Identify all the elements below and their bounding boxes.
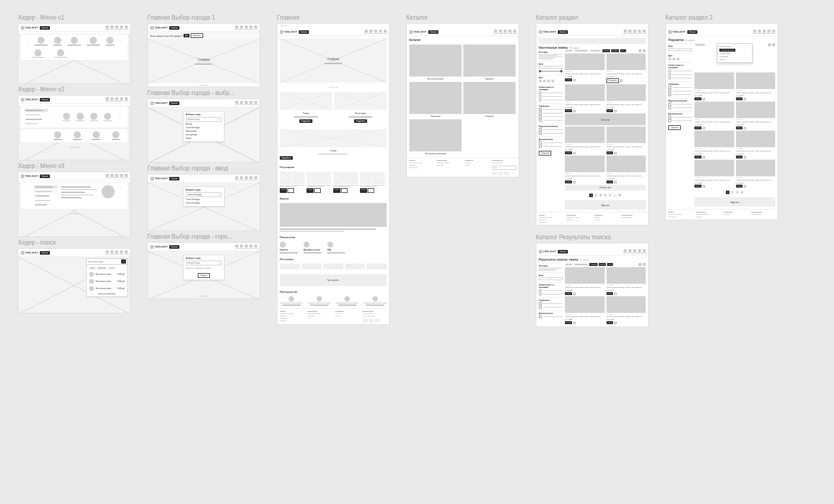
category-card[interactable]: Управление [409, 82, 462, 118]
page-button[interactable]: 1 [589, 194, 593, 197]
frame-city-notfound[interactable]: YEELIGHTКаталог Выберите город × Ничего … [147, 242, 260, 299]
footer-subscribe-input[interactable]: email [492, 166, 517, 170]
category-card[interactable]: Потолочные светильники [409, 119, 462, 155]
menu-side-item[interactable] [24, 113, 48, 117]
city-prompt-bar: Ваш город Санкт-Петербург? Да Изменить [148, 32, 260, 39]
product-card[interactable]: Купить♡ [360, 172, 385, 193]
journal-promo[interactable]: Журнал [565, 200, 646, 210]
filter-reset-button[interactable]: Сбросить [668, 125, 681, 130]
product-card[interactable]: Купить♡ [333, 172, 358, 193]
city-option[interactable]: Санкт-Петербург [186, 198, 222, 201]
category-card[interactable]: Подсветка [463, 45, 516, 80]
sort-trigger[interactable]: Сортировать [694, 43, 706, 46]
profile-icon[interactable] [120, 26, 123, 30]
city-option[interactable]: Санкт-Петербург [186, 126, 222, 129]
sort-tag-active[interactable]: Скидки [611, 49, 618, 52]
tile-button[interactable]: Подробнее [280, 156, 293, 160]
grid-view-icon[interactable] [639, 49, 642, 52]
city-option[interactable]: Казань [186, 137, 222, 140]
compare-icon[interactable] [106, 26, 109, 30]
logo[interactable]: YEELIGHT [21, 26, 38, 30]
next-arrow[interactable]: › [118, 39, 124, 43]
search-input[interactable] [88, 261, 121, 263]
frame-header-menu-v1[interactable]: YEELIGHT Каталог ‹ [18, 23, 131, 84]
hero-slider[interactable]: Слайдер [148, 39, 260, 83]
category-card[interactable]: Настольные лампы [409, 45, 462, 80]
frame-city-1[interactable]: YEELIGHTКаталог Ваш город Санкт-Петербур… [147, 23, 260, 87]
page-button[interactable]: 5 [608, 194, 612, 197]
city-option[interactable]: Москва [186, 123, 222, 125]
frame-catalog-section-2[interactable]: ... YEELIGHTКаталог Подсветка 18 товаров… [665, 23, 778, 220]
search-result-item[interactable]: Настольная лампа 2 990 руб [89, 278, 125, 285]
customer-link[interactable]: Доставка и оплата [304, 242, 321, 253]
promo-banner[interactable]: Баннер [565, 113, 646, 125]
product-card[interactable]: YLMD-02Yeelight настольная лампа Xiaomi … [565, 53, 605, 83]
sort-option-selected[interactable]: Сначала дешевле [718, 48, 752, 52]
page-button[interactable]: 3 [599, 194, 602, 197]
city-option[interactable]: Санкт-Петербург [186, 202, 222, 204]
frame-header-menu-v3[interactable]: YEELIGHTКаталог ‹ [18, 172, 131, 237]
customer-link[interactable]: Гарантии [280, 242, 298, 253]
category-card[interactable]: Лампочки [463, 82, 516, 118]
prev-arrow[interactable]: ‹ [24, 39, 30, 43]
sort-tag-active[interactable]: Новинки [602, 49, 611, 52]
menu-item[interactable] [106, 37, 114, 46]
where-to-buy-banner[interactable]: Где купить [280, 274, 387, 286]
city-option[interactable]: Екатеринбург [186, 134, 222, 136]
customer-link[interactable]: FAQ [327, 242, 345, 253]
search-chip[interactable]: ночник [108, 267, 115, 270]
frame-city-input[interactable]: YEELIGHTКаталог Выберите город Санкт-Пет… [147, 174, 260, 231]
city-close-button[interactable]: Закрыть [198, 273, 210, 278]
sort-tag[interactable]: По популярности [574, 49, 588, 52]
filter-reset-button[interactable]: Сбросить [539, 151, 551, 156]
search-result-item[interactable]: Настольная лампа 2 990 руб [89, 271, 125, 278]
menu-side-item[interactable] [24, 122, 48, 126]
sort-bar: По цене По популярности По названию Нови… [565, 49, 646, 52]
sort-tag[interactable]: По цене [565, 49, 573, 52]
menu-item[interactable] [31, 49, 45, 58]
search-chip[interactable]: лампа [89, 267, 96, 270]
city-input[interactable] [188, 118, 219, 121]
page-button[interactable]: 12 [618, 194, 621, 197]
menu-side-item-active[interactable] [24, 109, 48, 112]
list-view-icon[interactable] [643, 49, 646, 52]
sort-tag[interactable]: По названию [589, 49, 601, 52]
menu-item[interactable] [53, 37, 62, 46]
search-chip[interactable]: светильник [97, 267, 107, 270]
tile-button[interactable]: Подробнее [299, 119, 312, 123]
product-card[interactable]: YLMD-02Yeelight настольная лампа Xiaomi … [606, 53, 646, 83]
catalog-button[interactable]: Каталог [40, 26, 50, 30]
frame-city-select[interactable]: YEELIGHTКаталог Выберите город ▾ Москва … [147, 99, 260, 163]
menu-item[interactable] [54, 49, 67, 58]
frame-header-menu-v2[interactable]: YEELIGHTКаталог ‹ › [18, 95, 131, 160]
product-card[interactable]: Купить♡ [280, 172, 305, 193]
menu-item[interactable] [68, 37, 81, 46]
sort-tag-active[interactable]: Хиты [620, 49, 626, 52]
journal-promo[interactable]: Журнал [694, 197, 775, 207]
page-button[interactable]: 4 [604, 194, 607, 197]
show-more-button[interactable]: Показать еще [565, 185, 646, 191]
city-option[interactable]: Новосибирск [186, 130, 222, 132]
search-result-item[interactable]: Настольная лампа 2 990 руб [89, 285, 125, 292]
frame-search-results[interactable]: ... YEELIGHTКаталог Результаты поиска: л… [536, 243, 649, 327]
city-change-button[interactable]: Изменить [191, 33, 204, 38]
favorite-icon[interactable] [110, 26, 113, 30]
menu-item[interactable] [87, 37, 100, 46]
menu-side-item[interactable] [24, 118, 48, 121]
frame-catalog[interactable]: ... YEELIGHTКаталог Каталог Настольные л… [406, 23, 519, 177]
city-yes-button[interactable]: Да [184, 34, 189, 37]
search-submit[interactable]: ⌕ [121, 259, 126, 264]
menu-item[interactable] [34, 37, 48, 46]
cart-icon[interactable] [115, 26, 118, 30]
section-heading: Преимущества [277, 289, 389, 294]
frame-header-search[interactable]: YEELIGHTКаталог ⌕ лампа светильник ночни… [18, 248, 131, 313]
frame-catalog-section[interactable]: ... YEELIGHTКаталог — Настольные лампы 3… [536, 23, 649, 226]
product-card[interactable]: Купить♡ [307, 172, 331, 193]
sort-option[interactable]: Новинки [718, 58, 752, 61]
search-icon[interactable] [125, 26, 128, 30]
page-button[interactable]: 2 [594, 194, 598, 197]
favorite-toggle[interactable] [573, 79, 576, 81]
tile-button[interactable]: Подробнее [354, 119, 367, 123]
hero-slider[interactable]: Слайдер [280, 39, 387, 83]
frame-home[interactable]: YEELIGHT · ... YEELIGHTКаталог Слайдер Т… [277, 23, 390, 325]
